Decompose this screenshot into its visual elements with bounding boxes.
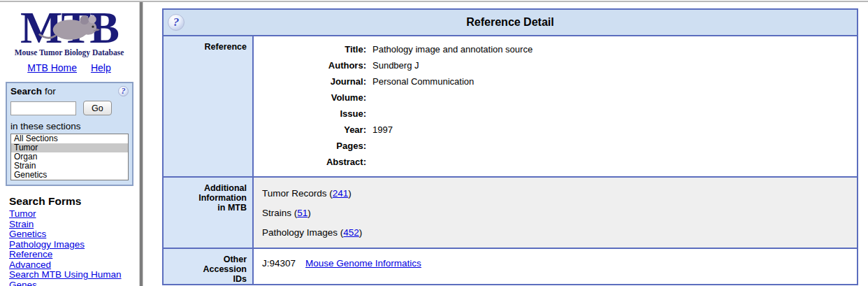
tumor-records-text: Tumor Records (: [262, 188, 333, 199]
sidebar-nav: MTB Home Help: [0, 62, 138, 73]
search-form-link-pathology-images[interactable]: Pathology Images: [9, 240, 138, 250]
mtb-logo-subtitle: Mouse Tumor Biology Database: [0, 48, 138, 57]
search-row: Go: [10, 101, 129, 115]
search-forms-heading: Search Forms: [9, 195, 138, 208]
field-pages: Pages:: [254, 138, 857, 154]
help-link[interactable]: Help: [91, 62, 111, 73]
reference-detail-panel: ? Reference Detail Reference Title: Path…: [162, 8, 858, 285]
main-content: ? Reference Detail Reference Title: Path…: [162, 8, 858, 285]
page-title: Reference Detail: [164, 16, 857, 29]
search-title-rest: for: [45, 86, 56, 96]
strains-line: Strains (51): [262, 203, 857, 223]
mtb-home-link[interactable]: MTB Home: [27, 62, 77, 73]
strains-text: Strains (: [262, 208, 297, 218]
go-button[interactable]: Go: [83, 101, 112, 115]
additional-info-content: Tumor Records (241) Strains (51) Patholo…: [254, 178, 857, 248]
accession-content: J:94307Mouse Genome Informatics: [254, 249, 857, 284]
accession-row-label: Other Accession IDs: [164, 249, 254, 284]
help-icon[interactable]: ?: [168, 14, 185, 31]
strains-count-link[interactable]: 51: [297, 208, 308, 218]
field-issue: Issue:: [254, 106, 857, 122]
mtb-logo: MTB Mouse Tumor Biology Database: [0, 2, 138, 57]
field-authors-label: Authors:: [254, 57, 372, 73]
field-title-label: Title:: [254, 41, 372, 57]
field-journal-label: Journal:: [254, 73, 372, 90]
frame-divider[interactable]: [139, 2, 143, 286]
field-issue-label: Issue:: [254, 106, 372, 122]
tumor-records-close: ): [348, 188, 352, 199]
search-title: Search for ?: [10, 86, 129, 96]
field-journal: Journal: Personal Communication: [254, 73, 857, 90]
field-abstract: Abstract:: [254, 154, 857, 170]
sidebar: MTB Mouse Tumor Biology Database MTB Hom…: [0, 2, 138, 286]
sections-listbox: All Sections Tumor Organ Strain Genetics: [10, 134, 129, 180]
field-authors: Authors: Sundberg J: [254, 57, 857, 73]
mouse-logo-image: [37, 9, 110, 45]
pathology-images-text: Pathology Images (: [262, 227, 343, 238]
mouse-genome-informatics-link[interactable]: Mouse Genome Informatics: [305, 258, 421, 269]
field-year-value: 1997: [372, 122, 393, 138]
additional-info-row: Additional Information in MTB Tumor Reco…: [164, 176, 857, 248]
field-pages-label: Pages:: [254, 138, 372, 154]
search-form-link-strain[interactable]: Strain: [9, 220, 138, 230]
pathology-images-count-link[interactable]: 452: [343, 227, 359, 238]
strains-close: ): [308, 208, 311, 218]
reference-fields: Title: Pathology image and annotation so…: [254, 36, 857, 176]
search-box: Search for ? Go in these sections All Se…: [6, 82, 133, 186]
field-volume: Volume:: [254, 90, 857, 106]
search-form-link-reference[interactable]: Reference: [9, 250, 138, 260]
field-volume-label: Volume:: [254, 90, 372, 106]
search-title-bold: Search: [10, 86, 42, 96]
search-help-icon[interactable]: ?: [118, 86, 129, 96]
section-option-genetics[interactable]: Genetics: [11, 171, 128, 180]
field-title: Title: Pathology image and annotation so…: [254, 41, 857, 57]
search-forms-section: Search Forms Tumor Strain Genetics Patho…: [0, 186, 138, 286]
pathology-images-close: ): [359, 227, 363, 238]
panel-header: ? Reference Detail: [164, 10, 857, 35]
search-form-link-genetics[interactable]: Genetics: [9, 229, 138, 240]
search-form-link-advanced[interactable]: Advanced: [9, 260, 138, 271]
search-input[interactable]: [10, 101, 76, 115]
field-abstract-label: Abstract:: [254, 154, 372, 170]
accession-id: J:94307: [262, 258, 296, 269]
search-form-link-human-genes[interactable]: Search MTB Using Human Genes: [9, 270, 138, 286]
field-year: Year: 1997: [254, 122, 857, 138]
field-year-label: Year:: [254, 122, 372, 138]
reference-row: Reference Title: Pathology image and ann…: [164, 35, 857, 176]
field-authors-value: Sundberg J: [372, 57, 419, 73]
accession-row: Other Accession IDs J:94307Mouse Genome …: [164, 248, 857, 284]
tumor-records-line: Tumor Records (241): [262, 184, 857, 203]
sections-label: in these sections: [10, 121, 129, 131]
field-journal-value: Personal Communication: [372, 73, 474, 90]
field-title-value: Pathology image and annotation source: [372, 41, 533, 57]
reference-row-label: Reference: [164, 36, 254, 176]
additional-info-row-label: Additional Information in MTB: [164, 178, 254, 248]
search-form-link-tumor[interactable]: Tumor: [9, 209, 138, 220]
tumor-records-count-link[interactable]: 241: [333, 188, 349, 199]
pathology-images-line: Pathology Images (452): [262, 223, 857, 243]
